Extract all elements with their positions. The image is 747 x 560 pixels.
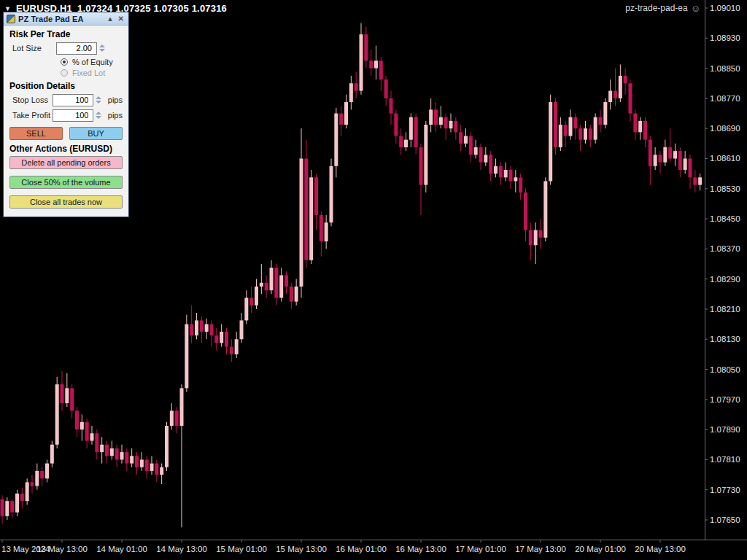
stop-loss-row: Stop Loss pips [12, 93, 123, 106]
spinner-down-icon[interactable] [96, 101, 101, 104]
sell-button[interactable]: SELL [9, 127, 63, 140]
svg-text:1.08450: 1.08450 [710, 214, 740, 223]
lot-size-row: Lot Size [12, 42, 123, 55]
ea-status-badge: pz-trade-pad-ea ☺ [625, 3, 700, 13]
svg-text:1.08770: 1.08770 [710, 94, 740, 103]
close-half-volume-button[interactable]: Close 50% of the volume [9, 176, 123, 189]
svg-text:20 May 01:00: 20 May 01:00 [575, 545, 626, 553]
svg-text:1.07890: 1.07890 [710, 425, 740, 434]
percent-equity-label: % of Equity [72, 58, 113, 66]
svg-text:13 May 13:00: 13 May 13:00 [36, 545, 88, 553]
chart-window: 1.090101.089301.088501.087701.086901.086… [0, 0, 747, 560]
svg-text:1.08370: 1.08370 [710, 244, 740, 253]
svg-text:17 May 13:00: 17 May 13:00 [515, 545, 566, 553]
time-axis[interactable]: 13 May 202413 May 13:0014 May 01:0014 Ma… [1, 540, 686, 553]
take-profit-row: Take Profit pips [12, 109, 123, 122]
radio-selected-icon[interactable] [61, 58, 68, 66]
minimize-button[interactable]: ▴ [107, 15, 114, 23]
risk-mode-percent-equity[interactable]: % of Equity [61, 57, 123, 66]
svg-text:1.07650: 1.07650 [710, 516, 740, 524]
svg-text:16 May 01:00: 16 May 01:00 [336, 545, 387, 553]
stop-loss-field[interactable] [53, 94, 93, 106]
spinner-up-icon[interactable] [96, 112, 101, 114]
stop-loss-units: pips [108, 96, 123, 104]
ea-name-label: pz-trade-pad-ea [625, 3, 687, 13]
svg-text:1.07810: 1.07810 [710, 455, 740, 464]
svg-text:1.08930: 1.08930 [710, 34, 740, 42]
svg-text:15 May 13:00: 15 May 13:00 [276, 545, 327, 553]
panel-title-bar[interactable]: PZ Trade Pad EA ▴ ✕ [4, 12, 128, 26]
radio-unselected-icon[interactable] [61, 69, 68, 77]
chart-dropdown-icon[interactable]: ▼ [4, 5, 11, 12]
svg-text:17 May 01:00: 17 May 01:00 [455, 545, 506, 553]
risk-mode-fixed-lot[interactable]: Fixed Lot [61, 68, 123, 77]
spinner-down-icon[interactable] [96, 116, 101, 119]
spinner-up-icon[interactable] [99, 44, 105, 47]
svg-text:1.08610: 1.08610 [710, 154, 740, 163]
price-axis[interactable]: 1.090101.089301.088501.087701.086901.086… [705, 4, 740, 524]
take-profit-spinner[interactable] [96, 112, 101, 119]
other-actions-heading: Other Actions (EURUSD) [9, 144, 123, 154]
ea-icon [7, 15, 15, 23]
lot-size-spinner[interactable] [99, 44, 106, 52]
svg-text:1.08130: 1.08130 [710, 335, 740, 343]
take-profit-units: pips [108, 111, 123, 120]
svg-text:14 May 13:00: 14 May 13:00 [156, 545, 207, 553]
close-button[interactable]: ✕ [117, 15, 125, 23]
lot-size-label: Lot Size [12, 44, 56, 52]
svg-text:1.08210: 1.08210 [710, 305, 740, 314]
stop-loss-spinner[interactable] [96, 96, 101, 104]
svg-text:1.08850: 1.08850 [710, 64, 740, 73]
svg-text:1.08050: 1.08050 [710, 365, 740, 374]
panel-title: PZ Trade Pad EA [18, 15, 104, 23]
svg-text:14 May 01:00: 14 May 01:00 [96, 545, 147, 553]
trade-pad-panel: PZ Trade Pad EA ▴ ✕ Risk Per Trade Lot S… [3, 12, 129, 217]
ea-smiley-icon: ☺ [691, 4, 700, 12]
svg-text:1.09010: 1.09010 [710, 4, 740, 12]
svg-text:1.07970: 1.07970 [710, 395, 740, 404]
svg-text:1.08690: 1.08690 [710, 124, 740, 133]
svg-text:1.08530: 1.08530 [710, 184, 740, 193]
risk-section-heading: Risk Per Trade [9, 29, 123, 39]
take-profit-field[interactable] [53, 109, 93, 122]
position-section-heading: Position Details [9, 81, 123, 91]
fixed-lot-label: Fixed Lot [72, 69, 105, 77]
spinner-down-icon[interactable] [99, 49, 105, 52]
delete-pending-orders-button[interactable]: Delete all pending orders [9, 156, 123, 169]
close-all-trades-button[interactable]: Close all trades now [9, 195, 123, 209]
svg-text:1.07730: 1.07730 [710, 486, 740, 494]
lot-size-field[interactable] [56, 42, 97, 55]
svg-text:15 May 01:00: 15 May 01:00 [216, 545, 267, 553]
svg-text:16 May 13:00: 16 May 13:00 [395, 545, 446, 553]
svg-text:20 May 13:00: 20 May 13:00 [635, 545, 686, 553]
spinner-up-icon[interactable] [96, 96, 101, 99]
take-profit-label: Take Profit [12, 111, 53, 120]
stop-loss-label: Stop Loss [12, 96, 53, 104]
svg-text:1.08290: 1.08290 [710, 275, 740, 284]
buy-button[interactable]: BUY [69, 127, 123, 140]
